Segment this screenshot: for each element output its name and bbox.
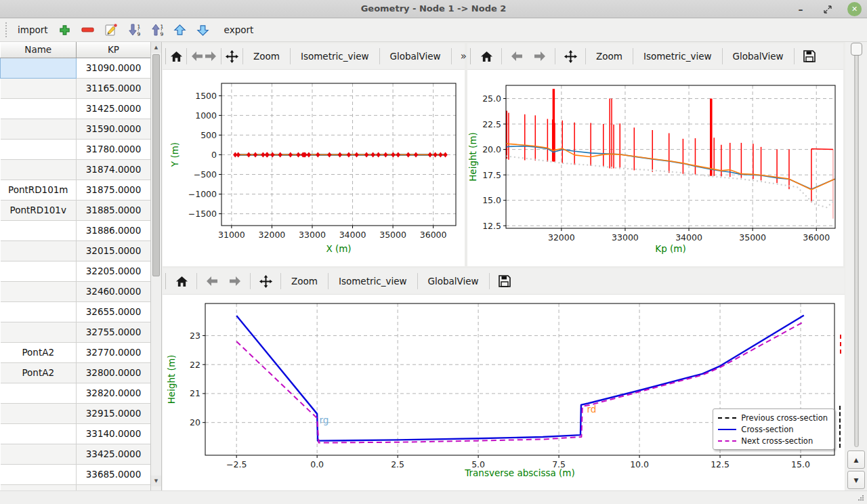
table-row[interactable]: 33425.0000: [1, 444, 151, 464]
name-cell[interactable]: PontRD101v: [1, 200, 77, 220]
table-row[interactable]: 31425.0000: [1, 98, 151, 119]
back-button[interactable]: [505, 46, 528, 66]
kp-cell[interactable]: 32820.0000: [77, 383, 151, 403]
import-button[interactable]: import: [12, 22, 54, 38]
global-view-button[interactable]: GlobalView: [383, 47, 448, 65]
sort-ascending-button[interactable]: 1 9: [147, 20, 167, 39]
home-button[interactable]: [475, 46, 498, 66]
kp-cell[interactable]: 31425.0000: [77, 98, 151, 119]
move-up-button[interactable]: [170, 20, 190, 39]
scrollbar-thumb[interactable]: [152, 54, 160, 276]
zoom-button[interactable]: Zoom: [284, 272, 324, 290]
add-row-button[interactable]: [55, 20, 75, 39]
edit-button[interactable]: [101, 20, 121, 39]
kp-cell[interactable]: 32800.0000: [77, 362, 151, 383]
table-row[interactable]: 32755.0000: [1, 322, 151, 342]
sort-descending-button[interactable]: 1 9: [124, 20, 144, 39]
global-view-button[interactable]: GlobalView: [421, 272, 486, 290]
vertical-slider-thumb[interactable]: [851, 43, 862, 56]
minimize-button[interactable]: –: [793, 2, 808, 17]
column-header-kp[interactable]: KP: [77, 42, 151, 58]
forward-button[interactable]: [204, 46, 217, 66]
resize-grip[interactable]: [858, 495, 864, 501]
kp-cell[interactable]: 32755.0000: [77, 322, 151, 342]
export-button[interactable]: export: [219, 22, 259, 38]
kp-cell[interactable]: 32915.0000: [77, 403, 151, 423]
name-cell[interactable]: [1, 240, 77, 261]
table-row[interactable]: 31886.0000: [1, 220, 151, 240]
kp-cell[interactable]: 33425.0000: [77, 444, 151, 464]
kp-cell[interactable]: 31886.0000: [77, 220, 151, 240]
table-row[interactable]: PontRD101m31875.0000: [1, 180, 151, 200]
move-down-button[interactable]: [193, 20, 213, 39]
table-row[interactable]: 32205.0000: [1, 261, 151, 281]
kp-cell[interactable]: 32770.0000: [77, 342, 151, 362]
rail-down-button[interactable]: ▼: [847, 471, 865, 489]
remove-row-button[interactable]: [78, 20, 98, 39]
kp-cell[interactable]: 31874.0000: [77, 159, 151, 180]
vertical-slider-track[interactable]: [854, 43, 859, 447]
table-row[interactable]: PontA232770.0000: [1, 342, 151, 362]
table-row[interactable]: 32015.0000: [1, 240, 151, 261]
pan-button[interactable]: [225, 46, 239, 66]
kp-cell[interactable]: 33140.0000: [77, 423, 151, 444]
kp-cell[interactable]: 31885.0000: [77, 200, 151, 220]
name-cell[interactable]: [1, 58, 77, 78]
back-button[interactable]: [200, 271, 224, 291]
name-cell[interactable]: [1, 261, 77, 281]
name-cell[interactable]: [1, 281, 77, 301]
kp-cell[interactable]: 31090.0000: [77, 58, 151, 78]
kp-cell[interactable]: 31590.0000: [77, 119, 151, 139]
kp-cell[interactable]: 32460.0000: [77, 281, 151, 301]
name-cell[interactable]: [1, 159, 77, 180]
isometric-view-button[interactable]: Isometric_view: [332, 272, 414, 290]
kp-cell[interactable]: 31875.0000: [77, 180, 151, 200]
rail-up-button[interactable]: ▲: [847, 450, 865, 469]
name-cell[interactable]: PontRD101m: [1, 180, 77, 200]
name-cell[interactable]: [1, 98, 77, 119]
table-row[interactable]: 32655.0000: [1, 301, 151, 322]
kp-cell[interactable]: 31780.0000: [77, 139, 151, 159]
name-cell[interactable]: [1, 220, 77, 240]
kp-cell[interactable]: 31165.0000: [77, 78, 151, 98]
table-row[interactable]: 33140.0000: [1, 423, 151, 444]
table-row[interactable]: 32915.0000: [1, 403, 151, 423]
kp-cell[interactable]: 32205.0000: [77, 261, 151, 281]
isometric-view-button[interactable]: Isometric_view: [637, 47, 719, 65]
column-header-name[interactable]: Name: [1, 42, 77, 58]
home-button[interactable]: [170, 271, 193, 291]
name-cell[interactable]: PontA2: [1, 342, 77, 362]
table-row[interactable]: 31590.0000: [1, 119, 151, 139]
save-button[interactable]: [493, 271, 516, 291]
table-scrollbar[interactable]: ▲ ▼: [150, 42, 161, 490]
scroll-up-button[interactable]: ▲: [151, 42, 161, 53]
table-row[interactable]: 31090.0000: [1, 58, 151, 78]
kp-cell[interactable]: 32015.0000: [77, 240, 151, 261]
pan-button[interactable]: [559, 46, 582, 66]
forward-button[interactable]: [224, 271, 247, 291]
forward-button[interactable]: [528, 46, 551, 66]
name-cell[interactable]: [1, 78, 77, 98]
kp-cell[interactable]: [77, 484, 151, 490]
pan-button[interactable]: [254, 271, 277, 291]
table-row[interactable]: PontRD101v31885.0000: [1, 200, 151, 220]
table-row[interactable]: 31165.0000: [1, 78, 151, 98]
name-cell[interactable]: [1, 383, 77, 403]
table-row[interactable]: 33685.0000: [1, 464, 151, 484]
maximize-button[interactable]: [820, 2, 835, 17]
kp-cell[interactable]: 33685.0000: [77, 464, 151, 484]
name-cell[interactable]: [1, 301, 77, 322]
table-row[interactable]: PontA232800.0000: [1, 362, 151, 383]
table-row[interactable]: 32460.0000: [1, 281, 151, 301]
name-cell[interactable]: [1, 139, 77, 159]
name-cell[interactable]: PontA2: [1, 362, 77, 383]
name-cell[interactable]: [1, 444, 77, 464]
name-cell[interactable]: [1, 464, 77, 484]
name-cell[interactable]: [1, 403, 77, 423]
name-cell[interactable]: [1, 484, 77, 490]
home-button[interactable]: [170, 46, 183, 66]
table-row[interactable]: 31874.0000: [1, 159, 151, 180]
name-cell[interactable]: [1, 119, 77, 139]
global-view-button[interactable]: GlobalView: [726, 47, 790, 65]
table-row[interactable]: 32820.0000: [1, 383, 151, 403]
